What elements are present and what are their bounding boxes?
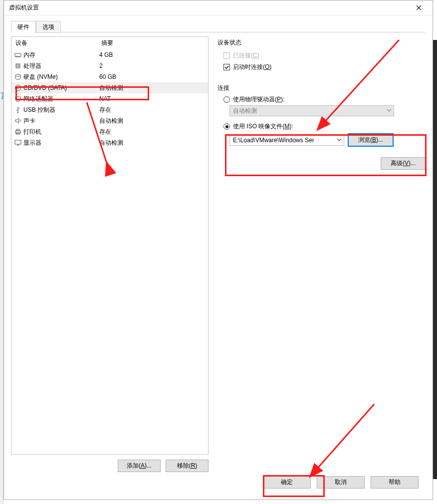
iso-path-value: E:\Load\VMware\Windows Ser	[233, 137, 314, 144]
device-row-cd[interactable]: CD/DVD (SATA)自动检测	[11, 82, 208, 93]
tab-bar: 硬件 选项	[11, 20, 426, 32]
svg-point-7	[17, 112, 18, 113]
chevron-down-icon	[387, 107, 392, 114]
device-name: 处理器	[22, 62, 99, 70]
usb-icon	[13, 106, 22, 113]
device-summary: NAT	[99, 95, 111, 102]
window-title: 虚拟机设置	[9, 3, 39, 12]
device-summary: 2	[99, 62, 103, 69]
device-row-display[interactable]: 显示器自动检测	[11, 137, 208, 148]
physical-drive-combo: 自动检测	[229, 105, 394, 116]
svg-rect-6	[15, 97, 20, 100]
tab-hardware[interactable]: 硬件	[11, 21, 36, 33]
display-icon	[13, 139, 22, 146]
device-row-sound[interactable]: 声卡自动检测	[11, 115, 208, 126]
header-device: 设备	[15, 39, 101, 47]
iso-path-combo[interactable]: E:\Load\VMware\Windows Ser	[229, 135, 344, 146]
poweron-checkbox-row[interactable]: 启动时连接(O)	[223, 63, 426, 71]
device-summary: 自动检测	[99, 84, 123, 92]
device-status-title: 设备状态	[218, 38, 426, 47]
physical-radio-row[interactable]: 使用物理驱动器(P):	[223, 95, 426, 104]
add-button[interactable]: 添加(A)...	[118, 460, 161, 472]
ok-button[interactable]: 确定	[263, 476, 311, 489]
header-summary: 摘要	[101, 39, 113, 47]
device-name: 内存	[22, 51, 99, 59]
device-row-usb[interactable]: USB 控制器存在	[11, 104, 208, 115]
device-name: CD/DVD (SATA)	[22, 84, 99, 91]
physical-drive-value: 自动检测	[233, 107, 257, 115]
printer-icon	[13, 128, 22, 135]
close-button[interactable]	[409, 1, 429, 15]
iso-radio[interactable]	[223, 123, 230, 130]
titlebar: 虚拟机设置	[4, 0, 433, 15]
svg-rect-2	[17, 65, 19, 67]
dialog-footer: 确定 取消 帮助	[11, 472, 426, 495]
tab-divider	[11, 32, 426, 32]
svg-point-4	[15, 85, 21, 91]
device-row-net[interactable]: 网络适配器NAT	[11, 93, 208, 104]
sound-icon	[13, 117, 22, 124]
device-name: USB 控制器	[22, 106, 99, 114]
remove-button[interactable]: 移除(R)	[166, 460, 209, 472]
radio-dot-icon	[225, 125, 228, 128]
poweron-label: 启动时连接(O)	[233, 63, 271, 71]
device-row-memory[interactable]: 内存4 GB	[11, 49, 208, 60]
help-button[interactable]: 帮助	[371, 476, 419, 489]
device-row-cpu[interactable]: 处理器2	[11, 60, 208, 71]
physical-label: 使用物理驱动器(P):	[233, 95, 284, 104]
device-name: 打印机	[22, 128, 99, 136]
device-summary: 存在	[99, 128, 111, 136]
svg-rect-9	[16, 129, 19, 131]
memory-icon	[13, 51, 22, 58]
close-icon	[416, 5, 422, 10]
connected-label: 已连接(C)	[233, 51, 259, 60]
connected-checkbox	[223, 52, 230, 59]
device-row-printer[interactable]: 打印机存在	[11, 126, 208, 137]
svg-point-3	[15, 74, 20, 76]
hdd-icon	[13, 73, 22, 80]
device-name: 硬盘 (NVMe)	[22, 73, 99, 81]
cancel-button[interactable]: 取消	[317, 476, 365, 489]
device-summary: 60 GB	[99, 73, 116, 80]
background-dark-strip	[433, 40, 437, 479]
background-sliver: 言	[0, 0, 3, 504]
device-summary: 自动检测	[99, 139, 123, 147]
device-summary: 存在	[99, 106, 111, 114]
tab-options[interactable]: 选项	[36, 21, 61, 33]
cpu-icon	[13, 62, 22, 69]
svg-rect-1	[16, 64, 20, 68]
physical-radio[interactable]	[223, 96, 230, 103]
check-icon	[224, 65, 229, 69]
device-name: 网络适配器	[22, 95, 99, 103]
device-list-header: 设备 摘要	[11, 37, 208, 49]
connected-checkbox-row: 已连接(C)	[223, 51, 426, 60]
iso-label: 使用 ISO 映像文件(M):	[233, 122, 293, 131]
svg-point-5	[17, 87, 19, 89]
device-list[interactable]: 设备 摘要 内存4 GB处理器2硬盘 (NVMe)60 GBCD/DVD (SA…	[11, 36, 209, 455]
device-summary: 4 GB	[99, 51, 113, 58]
poweron-checkbox[interactable]	[223, 64, 230, 70]
iso-radio-row[interactable]: 使用 ISO 映像文件(M):	[223, 122, 426, 131]
vm-settings-dialog: 虚拟机设置 硬件 选项 设备 摘要 内存4 GB处理器2硬盘 (NVMe)60 …	[3, 0, 433, 500]
cd-icon	[13, 84, 22, 91]
svg-rect-11	[15, 140, 21, 144]
device-row-hdd[interactable]: 硬盘 (NVMe)60 GB	[11, 71, 208, 82]
connection-title: 连接	[218, 84, 426, 92]
device-name: 声卡	[22, 117, 99, 125]
chevron-down-icon	[337, 137, 342, 144]
device-name: 显示器	[22, 139, 99, 147]
svg-rect-0	[15, 53, 21, 56]
device-summary: 自动检测	[99, 117, 123, 125]
advanced-button[interactable]: 高级(V)...	[381, 157, 426, 170]
net-icon	[13, 95, 22, 102]
browse-button[interactable]: 浏览(B)...	[348, 134, 393, 146]
